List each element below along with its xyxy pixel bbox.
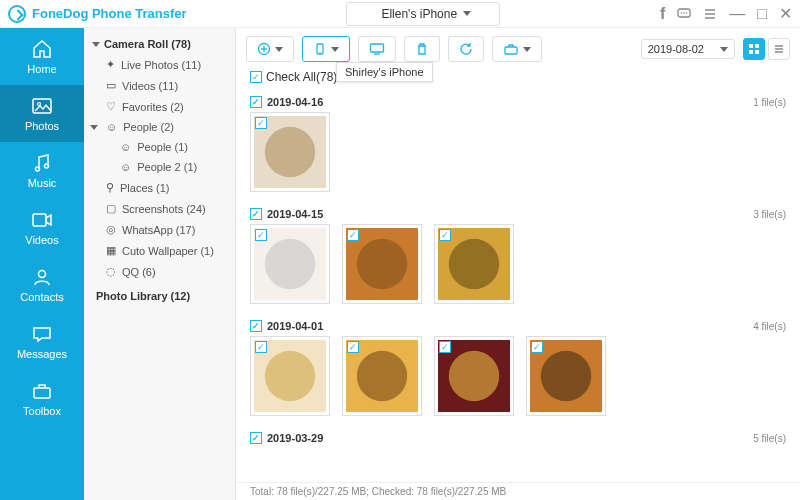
svg-point-12 bbox=[39, 271, 46, 278]
photo-scroll-area[interactable]: ✓2019-04-161 file(s)✓✓2019-04-153 file(s… bbox=[236, 90, 800, 482]
group-date: 2019-04-01 bbox=[267, 320, 323, 332]
checkbox-icon: ✓ bbox=[250, 320, 262, 332]
toolbar: Shirley's iPhone 2019-08-02 bbox=[236, 28, 800, 70]
tree-item-videos[interactable]: ▭Videos (11) bbox=[84, 75, 235, 96]
tree-item-label: Videos (11) bbox=[122, 80, 178, 92]
nav-contacts[interactable]: Contacts bbox=[0, 256, 84, 313]
chevron-down-icon bbox=[463, 11, 471, 16]
nav-photos[interactable]: Photos bbox=[0, 85, 84, 142]
home-icon bbox=[31, 38, 53, 60]
tree-item-label: People (2) bbox=[123, 121, 174, 133]
delete-button[interactable] bbox=[404, 36, 440, 62]
facebook-icon[interactable]: f bbox=[660, 5, 665, 23]
nav-home[interactable]: Home bbox=[0, 28, 84, 85]
menu-icon[interactable] bbox=[703, 8, 717, 20]
refresh-button[interactable] bbox=[448, 36, 484, 62]
photo-thumb[interactable]: ✓ bbox=[342, 224, 422, 304]
checkbox-icon: ✓ bbox=[255, 229, 267, 241]
svg-point-8 bbox=[38, 103, 41, 106]
group-header[interactable]: ✓2019-04-161 file(s) bbox=[250, 90, 786, 112]
messages-icon bbox=[31, 323, 53, 345]
tree-item-people-2[interactable]: ☺People 2 (1) bbox=[84, 157, 235, 177]
photo-thumb[interactable]: ✓ bbox=[342, 336, 422, 416]
tree-item-people[interactable]: ☺People (2) bbox=[84, 117, 235, 137]
photo-thumb[interactable]: ✓ bbox=[526, 336, 606, 416]
add-button[interactable] bbox=[246, 36, 294, 62]
date-value: 2019-08-02 bbox=[648, 43, 704, 55]
photo-thumb[interactable]: ✓ bbox=[250, 336, 330, 416]
screenshot-icon: ▢ bbox=[106, 202, 116, 215]
close-button[interactable]: ✕ bbox=[779, 4, 792, 23]
nav-messages[interactable]: Messages bbox=[0, 313, 84, 370]
nav-videos[interactable]: Videos bbox=[0, 199, 84, 256]
export-to-pc-button[interactable] bbox=[358, 36, 396, 62]
svg-rect-25 bbox=[755, 50, 759, 54]
group-header[interactable]: ✓2019-03-295 file(s) bbox=[250, 426, 786, 448]
photo-thumb[interactable]: ✓ bbox=[250, 224, 330, 304]
maximize-button[interactable]: □ bbox=[757, 5, 767, 23]
checkbox-icon: ✓ bbox=[347, 229, 359, 241]
tree-item-qq[interactable]: ◌QQ (6) bbox=[84, 261, 235, 282]
feedback-icon[interactable] bbox=[677, 8, 691, 20]
svg-point-32 bbox=[265, 239, 315, 289]
tooltip: Shirley's iPhone bbox=[336, 62, 433, 82]
checkbox-icon: ✓ bbox=[439, 229, 451, 241]
checkbox-icon: ✓ bbox=[250, 96, 262, 108]
thumb-row: ✓✓✓✓ bbox=[250, 336, 786, 426]
group-count: 5 file(s) bbox=[753, 433, 786, 444]
svg-point-3 bbox=[686, 12, 688, 14]
tree-item-label: Favorites (2) bbox=[122, 101, 184, 113]
group-count: 1 file(s) bbox=[753, 97, 786, 108]
tree-photo-library[interactable]: Photo Library (12) bbox=[84, 282, 235, 310]
tree-item-live-photos[interactable]: ✦Live Photos (11) bbox=[84, 54, 235, 75]
thumb-row: ✓ bbox=[250, 112, 786, 202]
tree-item-label: WhatsApp (17) bbox=[122, 224, 195, 236]
photo-thumb[interactable]: ✓ bbox=[434, 224, 514, 304]
album-tree: Camera Roll (78) ✦Live Photos (11) ▭Vide… bbox=[84, 28, 236, 500]
photo-thumb[interactable]: ✓ bbox=[250, 112, 330, 192]
nav-label: Contacts bbox=[20, 291, 63, 303]
tree-item-favorites[interactable]: ♡Favorites (2) bbox=[84, 96, 235, 117]
chevron-down-icon bbox=[90, 125, 98, 130]
tree-item-screenshots[interactable]: ▢Screenshots (24) bbox=[84, 198, 235, 219]
tree-item-whatsapp[interactable]: ◎WhatsApp (17) bbox=[84, 219, 235, 240]
svg-rect-22 bbox=[749, 44, 753, 48]
logo-icon bbox=[8, 5, 26, 23]
checkbox-icon: ✓ bbox=[531, 341, 543, 353]
minimize-button[interactable]: — bbox=[729, 5, 745, 23]
tree-lib-label: Photo Library (12) bbox=[96, 290, 190, 302]
tree-root[interactable]: Camera Roll (78) bbox=[84, 34, 235, 54]
chevron-down-icon bbox=[523, 47, 531, 52]
toolbox-button[interactable] bbox=[492, 36, 542, 62]
tree-item-label: QQ (6) bbox=[122, 266, 156, 278]
grid-view-button[interactable] bbox=[743, 38, 765, 60]
list-view-button[interactable] bbox=[768, 38, 790, 60]
nav-label: Music bbox=[28, 177, 57, 189]
export-to-device-button[interactable] bbox=[302, 36, 350, 62]
tree-item-cuto[interactable]: ▦Cuto Wallpaper (1) bbox=[84, 240, 235, 261]
svg-point-34 bbox=[357, 239, 407, 289]
svg-rect-13 bbox=[34, 388, 50, 398]
tree-item-places[interactable]: ⚲Places (1) bbox=[84, 177, 235, 198]
video-icon: ▭ bbox=[106, 79, 116, 92]
tree-item-people-1[interactable]: ☺People (1) bbox=[84, 137, 235, 157]
group-header[interactable]: ✓2019-04-153 file(s) bbox=[250, 202, 786, 224]
svg-rect-19 bbox=[371, 44, 384, 52]
chevron-down-icon bbox=[331, 47, 339, 52]
toolbox-icon bbox=[31, 380, 53, 402]
nav-toolbox[interactable]: Toolbox bbox=[0, 370, 84, 427]
group-header[interactable]: ✓2019-04-014 file(s) bbox=[250, 314, 786, 336]
app-logo: FoneDog Phone Transfer bbox=[8, 5, 187, 23]
svg-point-18 bbox=[319, 52, 320, 53]
nav-music[interactable]: Music bbox=[0, 142, 84, 199]
thumb-row: ✓✓✓ bbox=[250, 224, 786, 314]
svg-point-40 bbox=[357, 351, 407, 401]
status-text: Total: 78 file(s)/227.25 MB; Checked: 78… bbox=[250, 486, 506, 497]
device-selector[interactable]: Ellen's iPhone bbox=[346, 2, 500, 26]
tree-item-label: Places (1) bbox=[120, 182, 170, 194]
check-all[interactable]: ✓Check All(78) bbox=[236, 70, 800, 90]
chevron-down-icon bbox=[720, 47, 728, 52]
date-picker[interactable]: 2019-08-02 bbox=[641, 39, 735, 59]
photo-thumb[interactable]: ✓ bbox=[434, 336, 514, 416]
svg-rect-11 bbox=[33, 214, 46, 226]
